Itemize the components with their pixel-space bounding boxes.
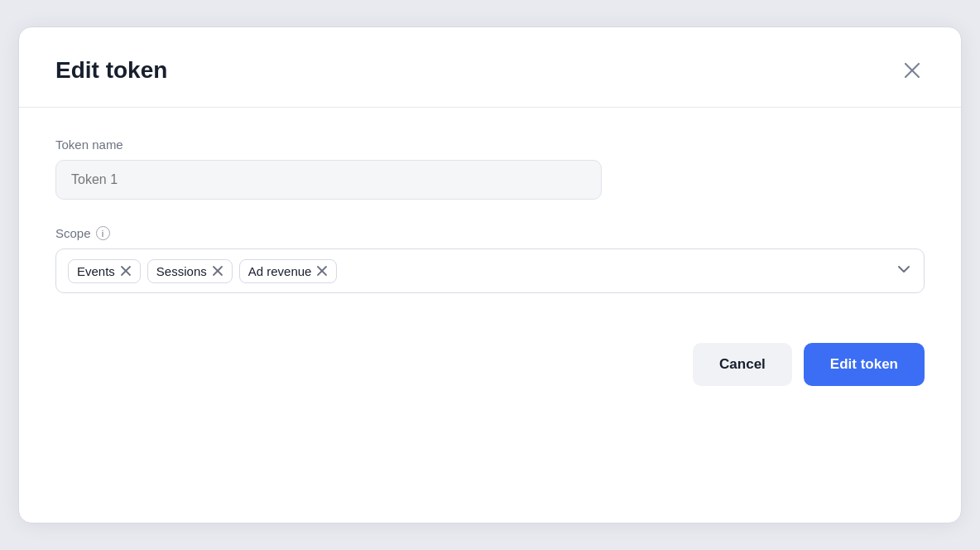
modal-title: Edit token — [55, 57, 167, 84]
scope-tag-events-label: Events — [77, 264, 115, 278]
edit-token-modal: Edit token Token name Scope i — [18, 27, 962, 523]
scope-select[interactable]: Events Sessions — [55, 248, 925, 293]
modal-footer: Cancel Edit token — [55, 343, 925, 386]
remove-ad-revenue-icon — [316, 265, 328, 277]
scope-label: Scope i — [55, 226, 925, 240]
cancel-button[interactable]: Cancel — [693, 343, 792, 386]
close-button[interactable] — [900, 58, 925, 83]
scope-tag-ad-revenue-remove[interactable] — [316, 265, 328, 277]
scope-tag-events: Events — [68, 259, 141, 283]
close-icon — [903, 61, 921, 80]
token-name-group: Token name — [55, 138, 925, 200]
scope-dropdown-toggle[interactable] — [896, 261, 912, 282]
remove-sessions-icon — [212, 265, 223, 277]
edit-token-button[interactable]: Edit token — [804, 343, 925, 386]
header-divider — [19, 107, 961, 108]
modal-header: Edit token — [55, 57, 925, 84]
token-name-input[interactable] — [55, 160, 602, 200]
scope-tag-ad-revenue-label: Ad revenue — [248, 264, 312, 278]
remove-events-icon — [120, 265, 132, 277]
scope-group: Scope i Events Sessions — [55, 226, 925, 293]
scope-tag-sessions: Sessions — [147, 259, 233, 283]
scope-info-icon[interactable]: i — [96, 226, 110, 240]
token-name-label: Token name — [55, 138, 925, 152]
scope-tag-sessions-remove[interactable] — [212, 265, 223, 277]
scope-tag-ad-revenue: Ad revenue — [239, 259, 338, 283]
scope-tag-events-remove[interactable] — [120, 265, 132, 277]
scope-tag-sessions-label: Sessions — [156, 264, 207, 278]
modal-overlay: Edit token Token name Scope i — [0, 0, 980, 550]
chevron-down-icon — [896, 261, 912, 277]
